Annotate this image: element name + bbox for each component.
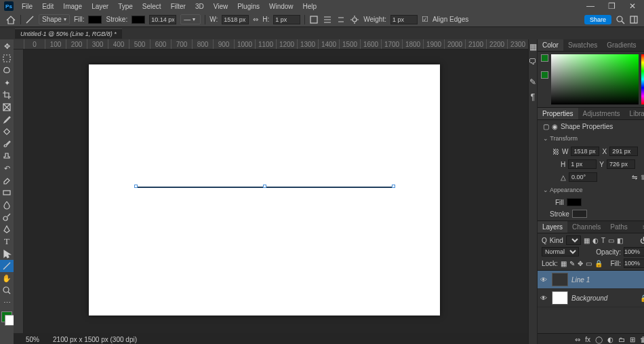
- window-restore-icon[interactable]: ❐: [604, 0, 620, 12]
- lock-pos-icon[interactable]: ✥: [578, 260, 583, 267]
- link-wh-icon[interactable]: ⇔: [253, 16, 258, 23]
- eraser-tool[interactable]: [0, 174, 14, 187]
- lock-all-icon[interactable]: 🔒: [595, 260, 603, 267]
- window-close-icon[interactable]: ✕: [625, 0, 640, 12]
- filter-type-icon[interactable]: T: [601, 237, 605, 244]
- dodge-tool[interactable]: [0, 211, 14, 223]
- tab-adjustments[interactable]: Adjustments: [578, 108, 625, 119]
- appearance-fold[interactable]: Appearance: [543, 185, 644, 195]
- shape-tool[interactable]: [0, 260, 14, 272]
- prop-angle-input[interactable]: [569, 172, 597, 182]
- prop-h-input[interactable]: [568, 159, 597, 169]
- flip-h-icon[interactable]: ⇋: [632, 174, 637, 181]
- workspace-icon[interactable]: [629, 15, 639, 24]
- tab-libraries[interactable]: Libraries: [625, 108, 644, 119]
- menu-select[interactable]: Select: [138, 1, 165, 12]
- filter-smart-icon[interactable]: ◧: [617, 237, 623, 244]
- tab-patterns[interactable]: Patterns: [641, 39, 644, 51]
- handle-mid[interactable]: [263, 185, 266, 188]
- share-button[interactable]: Share: [584, 15, 611, 24]
- filter-toggle[interactable]: ⏻: [640, 237, 644, 244]
- history-brush-tool[interactable]: ↶: [0, 162, 14, 174]
- layer-thumb[interactable]: [552, 291, 568, 305]
- stroke-swatch2[interactable]: [572, 210, 587, 218]
- lock-icon[interactable]: 🔒: [640, 294, 644, 302]
- layer-name[interactable]: Background: [571, 294, 607, 302]
- blur-tool[interactable]: [0, 199, 14, 211]
- eyedropper-tool[interactable]: [0, 113, 14, 126]
- lasso-tool[interactable]: [0, 64, 14, 77]
- canvas[interactable]: [89, 64, 440, 316]
- menu-view[interactable]: View: [209, 1, 233, 12]
- fx-icon[interactable]: fx: [585, 336, 590, 343]
- bg-swatch[interactable]: [541, 71, 548, 79]
- kind-select[interactable]: [566, 235, 581, 245]
- path-select-tool[interactable]: [0, 248, 14, 260]
- heal-tool[interactable]: [0, 126, 14, 138]
- menu-file[interactable]: File: [18, 1, 37, 12]
- lock-trans-icon[interactable]: ▦: [561, 260, 567, 267]
- handle-left[interactable]: [134, 185, 138, 188]
- tab-layers[interactable]: Layers: [538, 221, 567, 233]
- lock-pixel-icon[interactable]: ✎: [569, 260, 575, 267]
- document-tab[interactable]: Untitled-1 @ 50% (Line 1, RGB/8) *: [15, 28, 122, 39]
- search-icon[interactable]: [616, 15, 625, 24]
- menu-plugins[interactable]: Plugins: [233, 1, 264, 12]
- layer-row[interactable]: 👁 Line 1: [538, 271, 644, 289]
- visibility-icon[interactable]: 👁: [540, 276, 548, 284]
- foreground-background-swatch[interactable]: [1, 311, 12, 322]
- hue-strip[interactable]: [641, 54, 644, 104]
- stamp-tool[interactable]: [0, 150, 14, 162]
- tab-swatches[interactable]: Swatches: [563, 39, 602, 51]
- mask-icon[interactable]: ◯: [595, 336, 603, 343]
- frame-tool[interactable]: [0, 101, 14, 113]
- home-icon[interactable]: [5, 15, 16, 24]
- pen-tool[interactable]: [0, 223, 14, 235]
- flip-v-icon[interactable]: ⥮: [640, 174, 644, 181]
- panel-menu-icon[interactable]: ≡: [639, 221, 644, 233]
- filter-shape-icon[interactable]: ▭: [608, 237, 614, 244]
- menu-layer[interactable]: Layer: [87, 1, 113, 12]
- link-layers-icon[interactable]: ⇔: [575, 336, 580, 343]
- transform-fold[interactable]: Transform: [543, 134, 644, 143]
- hand-tool[interactable]: ✋: [0, 272, 14, 284]
- stroke-width-input[interactable]: [149, 15, 176, 24]
- color-field[interactable]: [551, 54, 639, 104]
- fg-swatch[interactable]: [541, 54, 548, 62]
- zoom-tool[interactable]: [0, 284, 14, 297]
- weight-input[interactable]: [390, 15, 418, 24]
- menu-filter[interactable]: Filter: [167, 1, 190, 12]
- shape-mode-select[interactable]: Shape: [39, 14, 70, 24]
- menu-image[interactable]: Image: [59, 1, 86, 12]
- stroke-style-select[interactable]: —: [180, 14, 201, 24]
- crop-tool[interactable]: [0, 89, 14, 101]
- tab-properties[interactable]: Properties: [538, 108, 578, 119]
- adjustment-icon[interactable]: ◐: [607, 336, 613, 343]
- layer-thumb[interactable]: [552, 273, 568, 286]
- menu-edit[interactable]: Edit: [38, 1, 58, 12]
- link-icon[interactable]: ⛓: [552, 148, 559, 155]
- dock-icon-1[interactable]: ▦: [529, 42, 537, 52]
- opacity-input[interactable]: [624, 247, 644, 256]
- tab-channels[interactable]: Channels: [567, 221, 605, 233]
- group-icon[interactable]: 🗀: [618, 336, 625, 343]
- tab-paths[interactable]: Paths: [605, 221, 632, 233]
- move-tool[interactable]: ✥: [0, 40, 14, 52]
- prop-y-input[interactable]: [607, 159, 635, 169]
- visibility-icon[interactable]: 👁: [540, 294, 548, 302]
- filter-adj-icon[interactable]: ◐: [592, 237, 599, 244]
- trash-icon[interactable]: 🗑: [640, 336, 644, 343]
- line-tool-icon[interactable]: [25, 15, 35, 24]
- menu-window[interactable]: Window: [265, 1, 298, 12]
- tab-color[interactable]: Color: [538, 39, 563, 51]
- dock-icon-3[interactable]: ✎: [529, 77, 536, 87]
- fill-swatch2[interactable]: [567, 198, 582, 206]
- blend-mode-select[interactable]: Normal: [542, 247, 579, 256]
- fill-swatch[interactable]: [88, 16, 102, 24]
- gear-icon[interactable]: [350, 15, 359, 24]
- stroke-swatch[interactable]: [132, 16, 145, 24]
- zoom-level[interactable]: 50%: [26, 336, 39, 343]
- menu-type[interactable]: Type: [114, 1, 137, 12]
- new-layer-icon[interactable]: ⊞: [630, 336, 635, 343]
- gradient-tool[interactable]: [0, 187, 14, 199]
